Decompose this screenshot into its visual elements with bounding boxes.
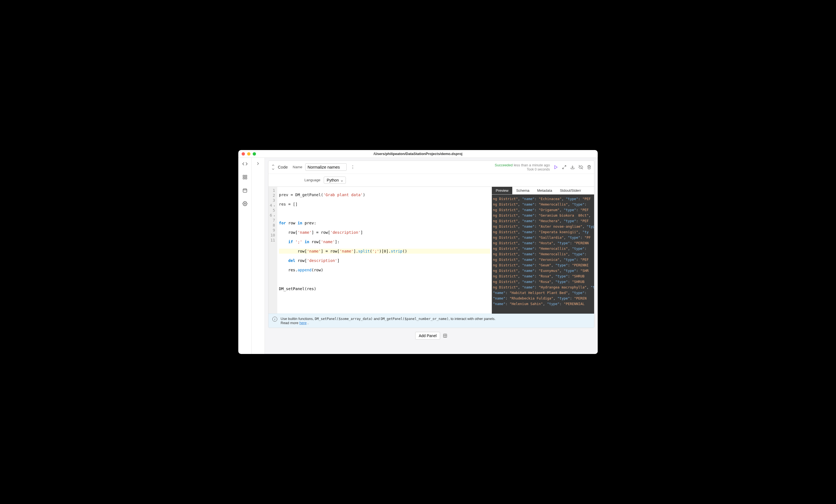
info-text: Use builtin functions, DM_setPanel($some…: [281, 317, 495, 325]
panel-card: Code Name ⋮ Succeeded less than a minute…: [268, 160, 594, 328]
preview-row: ng District", "name": "Veronica", "type"…: [493, 257, 593, 263]
run-icon[interactable]: [554, 165, 558, 169]
gutter-line: 6: [269, 213, 275, 218]
preview-row: ng District", "name": "Rosa", "type": "S…: [493, 279, 593, 285]
hide-icon[interactable]: [578, 165, 583, 169]
svg-rect-2: [243, 178, 244, 179]
gutter-line: 4: [269, 203, 275, 208]
main-area: Code Name ⋮ Succeeded less than a minute…: [265, 158, 598, 354]
titlebar: /Users/philipeaton/DataStationProjects/d…: [238, 150, 598, 158]
add-panel-row: Add Panel: [268, 328, 594, 344]
more-menu-icon[interactable]: ⋮: [349, 164, 356, 170]
svg-marker-9: [555, 166, 557, 169]
gutter-line: 2: [269, 193, 275, 198]
code-icon[interactable]: [242, 161, 248, 167]
preview-row: ng District", "name": "Echinacea", "type…: [493, 196, 593, 202]
panel-type-label: Code: [278, 165, 288, 169]
panel-header-right: Succeeded less than a minute ago Took 0 …: [495, 163, 592, 171]
minimize-window-button[interactable]: [247, 152, 250, 156]
preview-row: ng District", "name": "Heuchera", "type"…: [493, 218, 593, 224]
gutter-line: 10: [269, 233, 275, 238]
readmore-link[interactable]: here: [299, 321, 307, 325]
preview-row: ng District", "name": "Geranium biokora …: [493, 213, 593, 218]
traffic-lights: [242, 152, 256, 156]
editor-row: 1234567891011 prev = DM_getPanel('Grab p…: [268, 187, 594, 314]
preview-body[interactable]: ng District", "name": "Echinacea", "type…: [492, 195, 594, 314]
status-took: Took 0 seconds: [495, 168, 550, 171]
code-editor[interactable]: 1234567891011 prev = DM_getPanel('Grab p…: [268, 187, 492, 314]
calendar-icon[interactable]: [242, 188, 248, 193]
delete-icon[interactable]: [587, 165, 591, 169]
status-succeeded: Succeeded: [495, 163, 513, 167]
svg-point-8: [244, 203, 246, 205]
svg-rect-0: [243, 175, 244, 177]
svg-rect-4: [243, 189, 247, 192]
language-label: Language: [304, 178, 320, 182]
expand-chevron-icon[interactable]: [255, 161, 261, 167]
gutter-line: 7: [269, 218, 275, 223]
preview-row: "name": "Helenium Sahin", "type": "PEREN…: [493, 301, 593, 307]
gutter-line: 11: [269, 238, 275, 243]
preview-row: ng District", "name": "Aster novae-angli…: [493, 224, 593, 229]
preview-row: ng District", "name": "Rosa", "type": "S…: [493, 274, 593, 279]
panel-name-input[interactable]: [305, 163, 347, 171]
name-label: Name: [293, 165, 302, 169]
gutter-line: 3: [269, 198, 275, 203]
preview-tab-stdout-stderr[interactable]: Stdout/Stderr: [556, 187, 585, 194]
preview-row: ng District", "name": "Hemerocallis", "t…: [493, 251, 593, 257]
maximize-window-button[interactable]: [253, 152, 256, 156]
svg-rect-1: [245, 175, 247, 177]
gutter-line: 5: [269, 208, 275, 213]
close-window-button[interactable]: [242, 152, 245, 156]
gutter-line: 9: [269, 228, 275, 233]
preview-pane: PreviewSchemaMetadataStdout/Stderr ng Di…: [492, 187, 594, 314]
preview-row: ng District", "name": "Gaillardia", "typ…: [493, 235, 593, 240]
preview-tab-schema[interactable]: Schema: [512, 187, 533, 194]
preview-row: "name": "Rhudebeckia Fuldiga", "type": "…: [493, 296, 593, 301]
info-bar: i Use builtin functions, DM_setPanel($so…: [268, 314, 594, 328]
preview-row: ng District", "name": "Euonymus", "type"…: [493, 268, 593, 274]
preview-tab-metadata[interactable]: Metadata: [533, 187, 556, 194]
panel-header-left: Code Name ⋮: [271, 163, 356, 171]
gutter: 1234567891011: [268, 187, 277, 314]
dashboard-icon[interactable]: [242, 174, 248, 180]
preview-row: ng District", "name": "Geum", "type": "P…: [493, 263, 593, 268]
info-icon: i: [272, 317, 277, 322]
gutter-line: 8: [269, 223, 275, 228]
svg-rect-3: [245, 178, 247, 179]
preview-row: "name": "Habitat Heliport Plant Bed", "t…: [493, 290, 593, 296]
panel-header: Code Name ⋮ Succeeded less than a minute…: [268, 161, 594, 174]
settings-icon[interactable]: [242, 201, 248, 207]
preview-row: ng District", "name": "Imperata koenigii…: [493, 229, 593, 235]
svg-line-10: [565, 166, 566, 167]
app-body: Code Name ⋮ Succeeded less than a minute…: [238, 158, 598, 354]
add-panel-button[interactable]: Add Panel: [415, 332, 440, 340]
preview-row: ng District", "name": "Hemerocallis", "t…: [493, 246, 593, 251]
panel-actions: [554, 165, 591, 169]
preview-row: ng District", "name": "Hemerocallis", "t…: [493, 202, 593, 207]
language-select[interactable]: Python: [324, 177, 346, 184]
panel-status: Succeeded less than a minute ago Took 0 …: [495, 163, 550, 171]
panel-subheader: Language Python: [268, 174, 594, 187]
preview-tabs: PreviewSchemaMetadataStdout/Stderr: [492, 187, 594, 195]
collapse-toggle-icon[interactable]: [271, 163, 275, 171]
preview-tab-preview[interactable]: Preview: [492, 187, 512, 194]
gutter-line: 1: [269, 188, 275, 193]
app-window: /Users/philipeaton/DataStationProjects/d…: [238, 150, 598, 354]
window-title: /Users/philipeaton/DataStationProjects/d…: [374, 152, 462, 156]
status-ago: less than a minute ago: [514, 163, 550, 167]
preview-row: ng District", "name": "Origanum", "type"…: [493, 207, 593, 213]
preview-row: ng District", "name": "Hydrangea macroph…: [493, 285, 593, 290]
code-body[interactable]: prev = DM_getPanel('Grab plant data') re…: [277, 187, 492, 314]
expand-icon[interactable]: [562, 165, 567, 169]
grid-layout-icon[interactable]: [443, 333, 447, 338]
left-rail: [238, 158, 251, 354]
secondary-rail: [251, 158, 265, 354]
svg-line-11: [563, 168, 564, 169]
preview-row: ng District", "name": "Hosta", "type": "…: [493, 240, 593, 246]
download-icon[interactable]: [570, 165, 575, 169]
